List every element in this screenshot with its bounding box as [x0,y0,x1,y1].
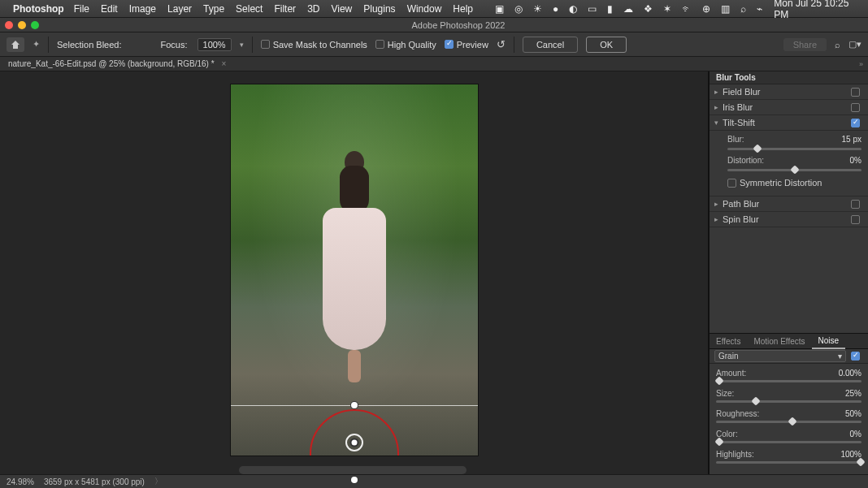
wifi-icon[interactable]: ᯤ [682,3,692,15]
status-icon[interactable]: ▮ [607,3,613,15]
document-dimensions: 3659 px x 5481 px (300 ppi) [44,477,145,486]
tiltshift-handle[interactable] [351,402,358,408]
high-quality-checkbox[interactable] [375,40,384,49]
caret-right-icon: ▸ [714,103,723,111]
ok-button[interactable]: OK [586,37,627,53]
tab-effects[interactable]: Effects [710,335,747,348]
menu-file[interactable]: File [74,3,89,15]
status-icon[interactable]: ● [553,3,558,15]
menu-layer[interactable]: Layer [167,3,192,15]
window-controls [5,21,39,29]
window-maximize-button[interactable] [31,21,39,29]
status-icon[interactable]: ▭ [588,3,597,15]
distortion-value[interactable]: 0% [850,156,861,165]
roughness-slider[interactable] [716,421,861,423]
tilt-shift-checkbox[interactable] [851,119,860,127]
document-tab[interactable]: nature_Kat_-66-Edit.psd @ 25% (backgroun… [8,59,234,68]
workspace-switcher-icon[interactable]: ▢▾ [848,39,861,50]
status-icon[interactable]: ❖ [644,3,653,15]
menu-window[interactable]: Window [407,3,442,15]
status-icon[interactable]: ▣ [495,3,504,15]
share-button[interactable]: Share [783,38,827,51]
noise-type-value: Grain [718,352,738,361]
status-flyout-icon[interactable]: 〉 [154,476,163,487]
field-blur-row[interactable]: ▸ Field Blur [710,84,868,100]
blur-slider[interactable] [727,148,861,150]
tool-preset-icon[interactable]: ✦ [33,39,40,50]
document-image[interactable] [231,84,478,456]
window-minimize-button[interactable] [18,21,26,29]
menu-image[interactable]: Image [129,3,156,15]
preview-label: Preview [457,40,488,50]
status-icon[interactable]: ☁ [623,3,633,15]
roughness-value[interactable]: 50% [845,409,861,418]
menu-select[interactable]: Select [236,3,263,15]
menu-edit[interactable]: Edit [101,3,118,15]
amount-value[interactable]: 0.00% [839,369,861,378]
accordion-label: Tilt-Shift [723,118,755,127]
search-icon[interactable]: ⌕ [835,40,840,50]
iris-blur-row[interactable]: ▸ Iris Blur [710,100,868,115]
field-blur-checkbox[interactable] [851,88,860,97]
status-icon[interactable]: ⊕ [702,3,710,15]
tiltshift-center-pin[interactable] [345,434,363,451]
iris-blur-checkbox[interactable] [851,103,860,112]
spin-blur-checkbox[interactable] [851,215,860,224]
color-value[interactable]: 0% [850,430,861,438]
blur-value[interactable]: 15 px [842,135,861,144]
tab-motion-effects[interactable]: Motion Effects [747,335,811,348]
home-button[interactable] [7,37,24,52]
status-icon[interactable]: ☀ [533,3,542,15]
menu-filter[interactable]: Filter [274,3,296,15]
canvas-area[interactable] [0,71,709,474]
focus-dropdown-icon[interactable]: ▾ [240,41,244,49]
color-slider[interactable] [716,441,861,443]
noise-body: Amount:0.00% Size:25% Roughness:50% Colo… [710,364,868,474]
horizontal-scrollbar[interactable] [239,466,467,474]
selection-bleed-label: Selection Bleed: [57,40,122,50]
preview-checkbox[interactable] [445,40,454,49]
size-slider[interactable] [716,400,861,403]
menu-view[interactable]: View [331,3,352,15]
menu-help[interactable]: Help [453,3,473,15]
app-menu[interactable]: Photoshop [13,3,64,15]
spin-blur-row[interactable]: ▸ Spin Blur [710,212,868,227]
tab-overflow-icon[interactable]: » [859,60,863,68]
status-icon[interactable]: ◎ [514,3,523,15]
noise-type-dropdown[interactable]: Grain▾ [714,350,846,362]
tab-noise[interactable]: Noise [812,334,846,349]
reset-icon[interactable]: ↺ [497,38,506,50]
path-blur-checkbox[interactable] [851,200,860,209]
amount-label: Amount: [716,369,839,378]
amount-slider[interactable] [716,380,861,382]
zoom-level[interactable]: 24.98% [7,477,34,486]
highlights-slider[interactable] [716,461,861,464]
status-icon[interactable]: ◐ [569,3,577,15]
accordion-label: Field Blur [723,87,760,97]
noise-enable-checkbox[interactable] [851,352,860,361]
size-value[interactable]: 25% [845,389,861,398]
path-blur-row[interactable]: ▸ Path Blur [710,196,868,212]
symmetric-distortion-checkbox[interactable] [727,179,736,188]
highlights-value[interactable]: 100% [840,450,861,459]
focus-input[interactable]: 100% [197,38,232,51]
control-center-icon[interactable]: ⌁ [757,3,762,15]
close-tab-icon[interactable]: × [221,59,226,68]
distortion-slider[interactable] [727,169,861,171]
search-icon[interactable]: ⌕ [740,3,746,15]
menu-type[interactable]: Type [203,3,224,15]
menu-3d[interactable]: 3D [307,3,319,15]
cancel-button[interactable]: Cancel [523,37,578,53]
status-icon[interactable]: ✶ [663,3,671,15]
window-title: Adobe Photoshop 2022 [49,20,868,30]
status-icon[interactable]: ▥ [721,3,730,15]
save-mask-label: Save Mask to Channels [273,40,367,50]
tilt-shift-row[interactable]: ▾ Tilt-Shift [710,115,868,131]
menu-plugins[interactable]: Plugins [363,3,395,15]
menubar-clock[interactable]: Mon Jul 25 10:25 PM [774,0,861,20]
tiltshift-handle[interactable] [351,477,358,483]
effects-panel-tabs: Effects Motion Effects Noise [710,333,868,349]
window-close-button[interactable] [5,21,13,29]
save-mask-checkbox[interactable] [261,40,270,49]
window-titlebar: Adobe Photoshop 2022 [0,18,868,32]
